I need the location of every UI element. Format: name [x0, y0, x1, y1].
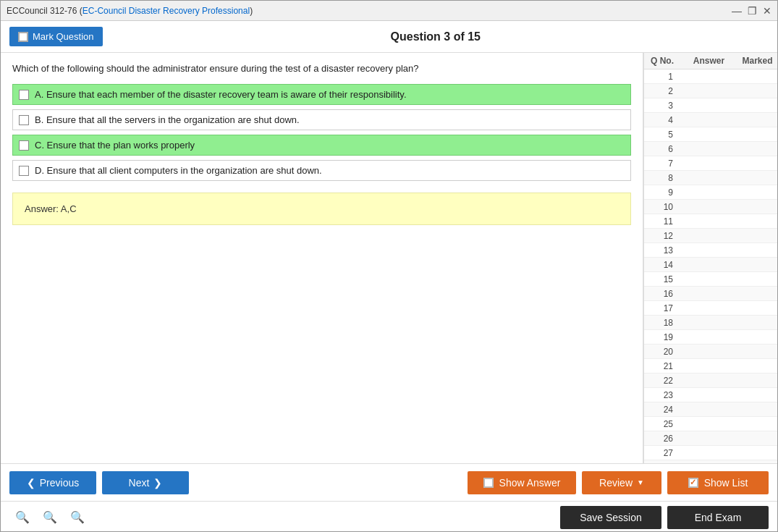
- app-title: ECCouncil 312-76 (EC-Council Disaster Re…: [7, 6, 253, 16]
- question-panel: Which of the following should the admini…: [1, 53, 643, 463]
- sidebar-row[interactable]: 13: [644, 243, 777, 258]
- toolbar: Mark Question Question 3 of 15: [1, 21, 777, 53]
- sidebar-row[interactable]: 12: [644, 229, 777, 243]
- question-list-sidebar: Q No. Answer Marked 1 2 3 4 5 6: [643, 53, 777, 463]
- sidebar-row[interactable]: 18: [644, 316, 777, 330]
- sidebar-row[interactable]: 26: [644, 431, 777, 446]
- option-b-checkbox[interactable]: [19, 115, 29, 125]
- previous-button[interactable]: Previous: [9, 471, 96, 494]
- sidebar-row[interactable]: 8: [644, 171, 777, 185]
- sidebar-row[interactable]: 21: [644, 359, 777, 373]
- sidebar-row[interactable]: 4: [644, 113, 777, 127]
- options-list: A. Ensure that each member of the disast…: [12, 84, 631, 181]
- option-a-checkbox[interactable]: [19, 90, 29, 100]
- zoom-reset-button[interactable]: 🔍: [37, 507, 63, 527]
- sidebar-row[interactable]: 15: [644, 272, 777, 287]
- show-list-label: Show List: [704, 477, 748, 489]
- sidebar-row[interactable]: 23: [644, 388, 777, 402]
- sidebar-row[interactable]: 6: [644, 142, 777, 156]
- sidebar-row[interactable]: 9: [644, 185, 777, 200]
- answer-text: Answer: A,C: [25, 203, 77, 214]
- sidebar-rows-container: 1 2 3 4 5 6 7 8: [644, 69, 777, 463]
- sidebar-row[interactable]: 2: [644, 84, 777, 98]
- mark-question-label: Mark Question: [33, 31, 94, 42]
- question-text: Which of the following should the admini…: [12, 63, 631, 74]
- question-title: Question 3 of 15: [103, 30, 769, 43]
- main-content: Which of the following should the admini…: [1, 53, 777, 463]
- option-b-label: B. Ensure that all the servers in the or…: [35, 114, 300, 125]
- sidebar-qno-cell: 15: [644, 274, 680, 284]
- option-b[interactable]: B. Ensure that all the servers in the or…: [12, 109, 631, 130]
- sidebar-row[interactable]: 11: [644, 214, 777, 229]
- bottom-actions-bar: 🔍 🔍 🔍 Save Session End Exam: [1, 501, 777, 532]
- show-list-button[interactable]: Show List: [667, 471, 769, 494]
- sidebar-qno-cell: 20: [644, 347, 680, 357]
- sidebar-row[interactable]: 5: [644, 127, 777, 142]
- sidebar-row[interactable]: 22: [644, 373, 777, 388]
- sidebar-row[interactable]: 16: [644, 287, 777, 301]
- bottom-navigation-bar: Previous Next Show Answer Review ▼ Show …: [1, 463, 777, 501]
- zoom-out-button[interactable]: 🔍: [64, 507, 90, 527]
- session-controls: Save Session End Exam: [560, 506, 769, 529]
- answer-box: Answer: A,C: [12, 193, 631, 225]
- next-button[interactable]: Next: [102, 471, 189, 494]
- option-d[interactable]: D. Ensure that all client computers in t…: [12, 160, 631, 181]
- mark-checkbox-icon: [18, 32, 28, 42]
- sidebar-qno-cell: 22: [644, 376, 680, 386]
- option-d-label: D. Ensure that all client computers in t…: [35, 165, 322, 176]
- previous-label: Previous: [40, 477, 79, 489]
- sidebar-qno-cell: 19: [644, 332, 680, 342]
- save-session-button[interactable]: Save Session: [560, 506, 661, 529]
- sidebar-row[interactable]: 3: [644, 98, 777, 113]
- sidebar-qno-cell: 26: [644, 434, 680, 444]
- restore-button[interactable]: ❐: [748, 5, 757, 17]
- sidebar-row[interactable]: 27: [644, 446, 777, 460]
- review-dropdown-icon: ▼: [637, 478, 644, 486]
- minimize-button[interactable]: —: [732, 5, 742, 17]
- chevron-left-icon: [27, 477, 35, 489]
- end-exam-button[interactable]: End Exam: [667, 506, 769, 529]
- sidebar-qno-cell: 23: [644, 390, 680, 400]
- show-answer-button[interactable]: Show Answer: [468, 471, 576, 494]
- sidebar-qno-cell: 5: [644, 130, 680, 140]
- sidebar-row[interactable]: 25: [644, 417, 777, 431]
- sidebar-qno-cell: 4: [644, 115, 680, 125]
- sidebar-marked-header: Marked: [737, 56, 777, 66]
- sidebar-row[interactable]: 28: [644, 460, 777, 463]
- mark-question-button[interactable]: Mark Question: [9, 27, 103, 46]
- sidebar-qno-cell: 11: [644, 216, 680, 227]
- zoom-in-button[interactable]: 🔍: [9, 507, 35, 527]
- option-c-checkbox[interactable]: [19, 140, 29, 151]
- app-title-link[interactable]: EC-Council Disaster Recovery Professiona…: [83, 6, 250, 16]
- option-d-checkbox[interactable]: [19, 166, 29, 176]
- review-button[interactable]: Review ▼: [582, 471, 661, 494]
- option-c-label: C. Ensure that the plan works properly: [35, 140, 195, 151]
- sidebar-qno-cell: 27: [644, 448, 680, 458]
- option-a-label: A. Ensure that each member of the disast…: [35, 89, 407, 100]
- close-button[interactable]: ✕: [763, 5, 771, 17]
- sidebar-row[interactable]: 17: [644, 301, 777, 316]
- next-label: Next: [129, 477, 150, 489]
- sidebar-qno-cell: 14: [644, 260, 680, 270]
- sidebar-row[interactable]: 1: [644, 69, 777, 84]
- sidebar-qno-cell: 13: [644, 245, 680, 256]
- sidebar-row[interactable]: 19: [644, 330, 777, 345]
- sidebar-row[interactable]: 20: [644, 345, 777, 359]
- sidebar-qno-cell: 25: [644, 419, 680, 429]
- sidebar-row[interactable]: 24: [644, 402, 777, 417]
- zoom-controls: 🔍 🔍 🔍: [9, 507, 90, 527]
- sidebar-row[interactable]: 7: [644, 156, 777, 171]
- show-answer-label: Show Answer: [499, 477, 561, 489]
- chevron-right-icon: [153, 477, 162, 489]
- sidebar-qno-cell: 3: [644, 101, 680, 111]
- sidebar-answer-header: Answer: [680, 56, 737, 66]
- option-c[interactable]: C. Ensure that the plan works properly: [12, 135, 631, 156]
- sidebar-qno-cell: 2: [644, 86, 680, 96]
- sidebar-qno-cell: 21: [644, 361, 680, 371]
- sidebar-row[interactable]: 14: [644, 258, 777, 272]
- sidebar-qno-cell: 1: [644, 72, 680, 82]
- sidebar-qno-cell: 17: [644, 303, 680, 313]
- sidebar-qno-cell: 24: [644, 405, 680, 415]
- option-a[interactable]: A. Ensure that each member of the disast…: [12, 84, 631, 105]
- sidebar-row[interactable]: 10: [644, 200, 777, 214]
